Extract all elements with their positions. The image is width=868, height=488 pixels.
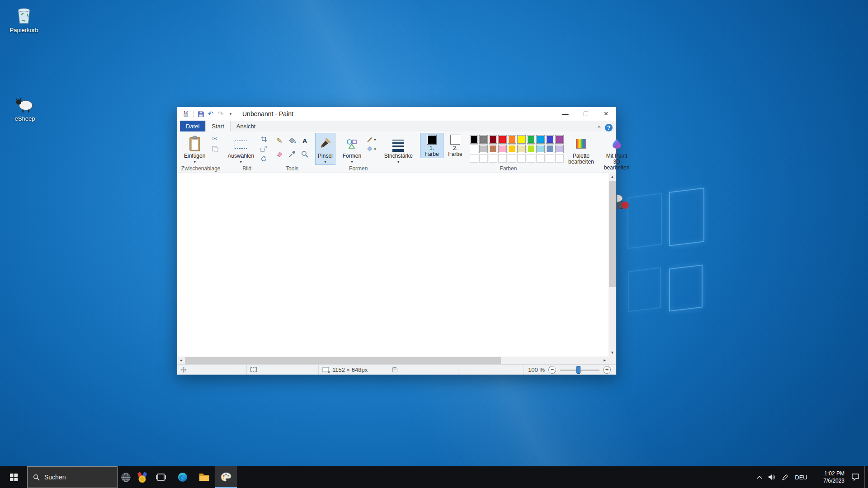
- palette-color[interactable]: [470, 135, 478, 144]
- show-desktop-button[interactable]: [864, 466, 868, 488]
- scroll-down-arrow[interactable]: ▼: [609, 349, 616, 357]
- edit-palette-button[interactable]: Palette bearbeiten: [566, 133, 597, 166]
- horizontal-scroll-thumb[interactable]: [185, 357, 501, 364]
- palette-empty-slot[interactable]: [489, 154, 497, 163]
- palette-color[interactable]: [498, 145, 507, 153]
- palette-color[interactable]: [517, 145, 526, 153]
- quick-access-dropdown[interactable]: ▾: [226, 109, 236, 119]
- cut-button[interactable]: ✂: [209, 134, 220, 143]
- palette-empty-slot[interactable]: [498, 154, 507, 163]
- task-view-button[interactable]: [150, 466, 172, 488]
- palette-color[interactable]: [536, 135, 545, 144]
- horizontal-scrollbar[interactable]: ◄ ►: [177, 357, 609, 364]
- shape-outline-button[interactable]: ▾: [366, 135, 377, 143]
- paint3d-button[interactable]: Mit Paint 3D bearbeiten: [601, 133, 632, 172]
- palette-color[interactable]: [479, 145, 488, 153]
- zoom-slider[interactable]: [560, 366, 599, 374]
- horizontal-scroll-track[interactable]: [185, 357, 601, 364]
- close-button[interactable]: ×: [596, 107, 616, 121]
- help-button[interactable]: ?: [605, 124, 613, 131]
- crop-button[interactable]: [258, 134, 269, 143]
- text-tool-button[interactable]: A: [299, 134, 311, 147]
- desktop-icon-esheep[interactable]: eSheep: [5, 93, 44, 122]
- palette-color[interactable]: [470, 145, 478, 153]
- palette-color[interactable]: [479, 135, 488, 144]
- fill-tool-button[interactable]: [286, 134, 298, 147]
- taskbar-edge-button[interactable]: [172, 466, 193, 488]
- desktop-icon-recycle-bin[interactable]: Papierkorb: [5, 5, 43, 33]
- brush-button[interactable]: Pinsel ▾: [315, 133, 335, 165]
- hidden-icons-chevron[interactable]: [753, 466, 766, 488]
- palette-empty-slot[interactable]: [555, 154, 564, 163]
- palette-color[interactable]: [508, 145, 516, 153]
- paste-button[interactable]: Einfügen ▾: [181, 133, 208, 165]
- color2-button[interactable]: 2. Farbe: [443, 133, 467, 158]
- stroke-size-button[interactable]: Strichstärke ▾: [382, 133, 415, 165]
- shape-fill-button[interactable]: ▾: [366, 145, 377, 153]
- copy-button[interactable]: [209, 144, 220, 153]
- action-center-button[interactable]: [846, 466, 864, 488]
- palette-color[interactable]: [527, 145, 535, 153]
- collapse-ribbon-button[interactable]: ^: [598, 124, 600, 131]
- taskbar-paint-button[interactable]: [215, 466, 237, 488]
- zoom-slider-thumb[interactable]: [576, 366, 580, 374]
- scroll-left-arrow[interactable]: ◄: [177, 357, 185, 364]
- palette-color[interactable]: [536, 145, 545, 153]
- tab-start[interactable]: Start: [205, 121, 230, 131]
- palette-color[interactable]: [489, 145, 497, 153]
- tray-speaker-button[interactable]: [766, 466, 778, 488]
- save-button[interactable]: [196, 109, 206, 119]
- palette-color[interactable]: [517, 135, 526, 144]
- palette-color[interactable]: [546, 135, 554, 144]
- color1-swatch: [427, 135, 437, 145]
- color-picker-tool-button[interactable]: [286, 148, 298, 160]
- vertical-scrollbar[interactable]: ▲ ▼: [609, 173, 616, 357]
- palette-color[interactable]: [527, 135, 535, 144]
- palette-color[interactable]: [508, 135, 516, 144]
- undo-button[interactable]: ↶: [206, 109, 216, 119]
- tray-pen-button[interactable]: [778, 466, 791, 488]
- magnifier-tool-button[interactable]: [299, 148, 311, 160]
- taskbar-clock[interactable]: 1:02 PM 7/6/2023: [811, 466, 846, 488]
- vertical-scroll-track[interactable]: [609, 181, 616, 349]
- taskbar-search-box[interactable]: Suchen: [27, 466, 118, 488]
- scroll-right-arrow[interactable]: ►: [601, 357, 609, 364]
- tab-ansicht[interactable]: Ansicht: [231, 121, 262, 131]
- palette-empty-slot[interactable]: [479, 154, 488, 163]
- keyboard-language-button[interactable]: DEU: [791, 466, 811, 488]
- wallpaper-logo-pane: [669, 188, 704, 246]
- palette-color[interactable]: [489, 135, 497, 144]
- palette-empty-slot[interactable]: [546, 154, 554, 163]
- taskbar-medal-button[interactable]: [134, 466, 150, 488]
- vertical-scroll-thumb[interactable]: [609, 181, 616, 287]
- pencil-tool-button[interactable]: ✎: [274, 134, 285, 147]
- palette-empty-slot[interactable]: [536, 154, 545, 163]
- palette-color[interactable]: [498, 135, 507, 144]
- zoom-in-button[interactable]: +: [603, 366, 611, 374]
- eraser-tool-button[interactable]: [274, 148, 285, 160]
- color1-button[interactable]: 1. Farbe: [420, 133, 443, 158]
- maximize-button[interactable]: [576, 107, 596, 121]
- canvas-container: ▲ ▼ ◄ ►: [177, 173, 616, 364]
- resize-button[interactable]: [258, 144, 269, 153]
- shapes-button[interactable]: Formen ▾: [340, 133, 364, 165]
- palette-empty-slot[interactable]: [470, 154, 478, 163]
- palette-color[interactable]: [546, 145, 554, 153]
- palette-empty-slot[interactable]: [508, 154, 516, 163]
- rotate-button[interactable]: [258, 154, 269, 163]
- paint-canvas[interactable]: [177, 173, 609, 357]
- scroll-up-arrow[interactable]: ▲: [609, 173, 616, 181]
- palette-empty-slot[interactable]: [527, 154, 535, 163]
- palette-empty-slot[interactable]: [517, 154, 526, 163]
- minimize-button[interactable]: —: [555, 107, 576, 121]
- palette-color[interactable]: [555, 135, 564, 144]
- redo-button[interactable]: ↷: [216, 109, 226, 119]
- desktop-background[interactable]: Papierkorb eSheep: [0, 0, 868, 488]
- tab-datei[interactable]: Datei: [180, 121, 205, 131]
- start-button[interactable]: [0, 466, 27, 488]
- taskbar-globe-button[interactable]: [118, 466, 134, 488]
- palette-color[interactable]: [555, 145, 564, 153]
- select-button[interactable]: Auswählen ▾: [225, 133, 257, 165]
- taskbar-explorer-button[interactable]: [193, 466, 215, 488]
- zoom-out-button[interactable]: −: [548, 366, 556, 374]
